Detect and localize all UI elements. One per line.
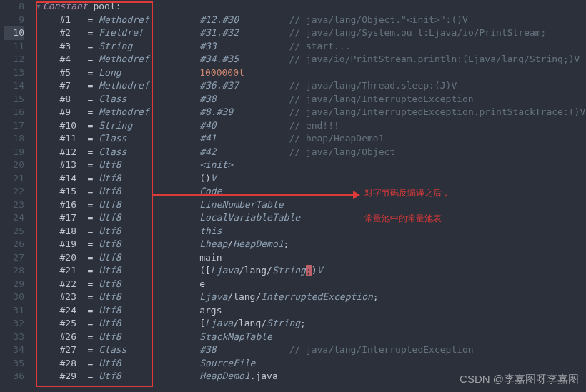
line-number: 36 [4, 370, 24, 383]
code-line: #26 = Utf8 StackMapTable [36, 331, 586, 344]
line-number: 10 [4, 26, 24, 40]
code-line: #29 = Utf8 HeapDemo1.java [36, 370, 586, 383]
line-number: 32 [4, 317, 24, 331]
line-number: 21 [4, 172, 24, 186]
line-number: 30 [4, 291, 24, 304]
fold-icon[interactable]: ▾ [36, 0, 43, 14]
code-line: #17 = Utf8 LocalVariableTable [36, 211, 586, 225]
code-line: #10 = String #40 // end!!! [36, 119, 586, 133]
line-number: 22 [4, 185, 24, 198]
line-number: 29 [4, 278, 24, 291]
line-number: 11 [4, 40, 24, 54]
line-number: 13 [4, 66, 24, 80]
line-number: 9 [4, 14, 24, 27]
line-number: 26 [4, 238, 24, 251]
line-number: 25 [4, 225, 24, 238]
code-line: #5 = Long 1000000l [36, 66, 586, 80]
code-line: #21 = Utf8 ([Ljava/lang/String;)V [36, 264, 586, 278]
line-number: 20 [4, 159, 24, 172]
code-line: #25 = Utf8 [Ljava/lang/String; [36, 317, 586, 331]
line-number: 15 [4, 93, 24, 106]
code-area[interactable]: ▾Constant pool: #1 = Methodref #12.#30 /… [31, 0, 586, 392]
code-line: #1 = Methodref #12.#30 // java/lang/Obje… [36, 14, 586, 27]
code-line: #9 = Methodref #8.#39 // java/lang/Inter… [36, 106, 586, 119]
code-line: #13 = Utf8 <init> [36, 159, 586, 172]
code-line: #12 = Class #42 // java/lang/Object [36, 146, 586, 159]
line-number: 31 [4, 304, 24, 318]
line-number-gutter: 8910111213141516171819202122232425262728… [0, 0, 31, 392]
code-line: #7 = Methodref #36.#37 // java/lang/Thre… [36, 79, 586, 93]
code-line: #22 = Utf8 e [36, 278, 586, 291]
constant-pool-header: ▾Constant pool: [36, 0, 586, 14]
code-line: #27 = Class #38 // java/lang/Interrupted… [36, 343, 586, 357]
code-line: #3 = String #33 // start... [36, 40, 586, 54]
code-line: #14 = Utf8 ()V [36, 172, 586, 186]
code-line: #20 = Utf8 main [36, 251, 586, 265]
line-number: 8 [4, 0, 24, 14]
line-number: 27 [4, 251, 24, 265]
code-line: #28 = Utf8 SourceFile [36, 357, 586, 371]
line-number: 33 [4, 331, 24, 344]
header-keyword: Constant [43, 1, 88, 11]
code-line: #11 = Class #41 // heap/HeapDemo1 [36, 132, 586, 146]
code-line: #18 = Utf8 this [36, 225, 586, 238]
code-line: #8 = Class #38 // java/lang/InterruptedE… [36, 93, 586, 106]
line-number: 14 [4, 79, 24, 93]
line-number: 23 [4, 198, 24, 212]
line-number: 16 [4, 106, 24, 119]
line-number: 12 [4, 53, 24, 66]
code-line: #16 = Utf8 LineNumberTable [36, 198, 586, 212]
line-number: 35 [4, 357, 24, 371]
code-line: #4 = Methodref #34.#35 // java/io/PrintS… [36, 53, 586, 66]
line-number: 28 [4, 264, 24, 278]
line-number: 17 [4, 119, 24, 133]
line-number: 19 [4, 146, 24, 159]
code-line: #15 = Utf8 Code [36, 185, 586, 198]
line-number: 24 [4, 211, 24, 225]
code-line: #19 = Utf8 Lheap/HeapDemo1; [36, 238, 586, 251]
code-editor[interactable]: 8910111213141516171819202122232425262728… [0, 0, 586, 392]
code-line: #23 = Utf8 Ljava/lang/InterruptedExcepti… [36, 291, 586, 304]
line-number: 34 [4, 343, 24, 357]
code-line: #24 = Utf8 args [36, 304, 586, 318]
line-number: 18 [4, 132, 24, 146]
code-line: #2 = Fieldref #31.#32 // java/lang/Syste… [36, 26, 586, 40]
